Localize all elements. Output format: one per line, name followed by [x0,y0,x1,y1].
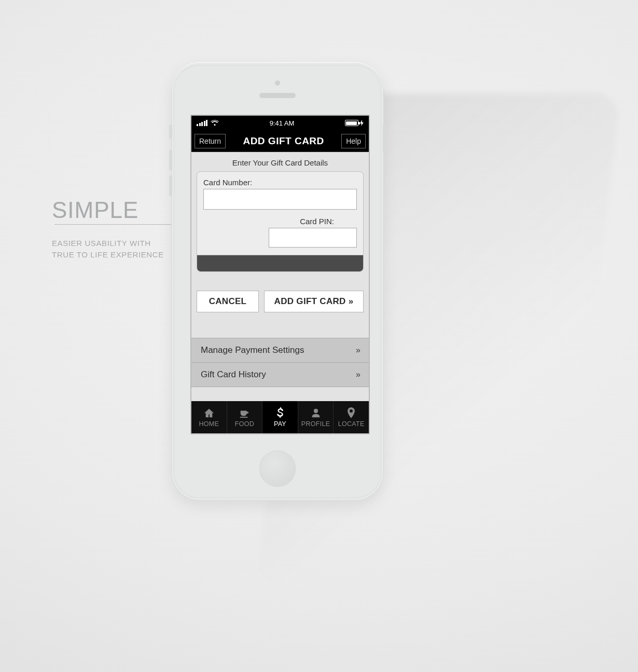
tab-label: FOOD [235,420,254,428]
tab-label: PROFILE [301,420,330,428]
mute-switch [169,125,172,139]
screen-title: ADD GIFT CARD [229,135,338,147]
tab-label: LOCATE [338,420,365,428]
dollar-icon [276,407,284,419]
signal-icon [197,120,207,126]
card-number-label: Card Number: [203,178,357,187]
list-item-label: Manage Payment Settings [201,345,304,355]
tab-home[interactable]: HOME [191,401,227,433]
earpiece-speaker [259,93,296,98]
front-camera [275,80,280,86]
home-icon [203,407,215,419]
tab-label: PAY [274,420,286,428]
return-button[interactable]: Return [195,134,226,148]
cancel-button[interactable]: CANCEL [197,291,259,312]
tab-food[interactable]: FOOD [227,401,263,433]
volume-down-button [169,175,172,196]
tab-label: HOME [199,420,219,428]
screen: 9:41 AM Return ADD GIFT CARD Help Enter … [190,115,370,434]
content-area: Enter Your Gift Card Details Card Number… [191,152,369,401]
gift-card-panel: Card Number: Card PIN: [197,171,364,272]
tab-pay[interactable]: PAY [262,401,298,433]
battery-icon [345,120,364,126]
device-bezel: 9:41 AM Return ADD GIFT CARD Help Enter … [174,65,381,498]
status-time: 9:41 AM [270,119,295,127]
gift-card-history-row[interactable]: Gift Card History » [191,362,369,387]
tab-profile[interactable]: PROFILE [298,401,334,433]
map-pin-icon [347,407,355,419]
action-buttons: CANCEL ADD GIFT CARD » [191,272,369,312]
add-gift-card-button[interactable]: ADD GIFT CARD » [264,291,364,312]
nav-bar: Return ADD GIFT CARD Help [191,130,369,152]
chevron-right-icon: » [356,346,359,355]
manage-payment-settings-row[interactable]: Manage Payment Settings » [191,338,369,363]
coffee-cup-icon [239,407,250,419]
user-icon [311,407,321,419]
card-magstripe-graphic [197,255,363,271]
list-item-label: Gift Card History [201,369,266,380]
status-bar: 9:41 AM [191,116,369,130]
help-button[interactable]: Help [341,134,366,148]
power-button [383,125,386,153]
section-title: Enter Your Gift Card Details [191,152,369,171]
wifi-icon [211,120,219,126]
chevron-right-icon: » [356,370,359,379]
volume-up-button [169,149,172,170]
tab-bar: HOME FOOD PAY [191,401,369,433]
home-button[interactable] [259,450,296,487]
card-pin-label: Card PIN: [300,217,357,226]
tab-locate[interactable]: LOCATE [334,401,369,433]
card-pin-input[interactable] [269,228,357,248]
card-number-input[interactable] [203,189,357,210]
settings-list: Manage Payment Settings » Gift Card Hist… [191,338,369,387]
device-frame: 9:41 AM Return ADD GIFT CARD Help Enter … [171,62,384,501]
